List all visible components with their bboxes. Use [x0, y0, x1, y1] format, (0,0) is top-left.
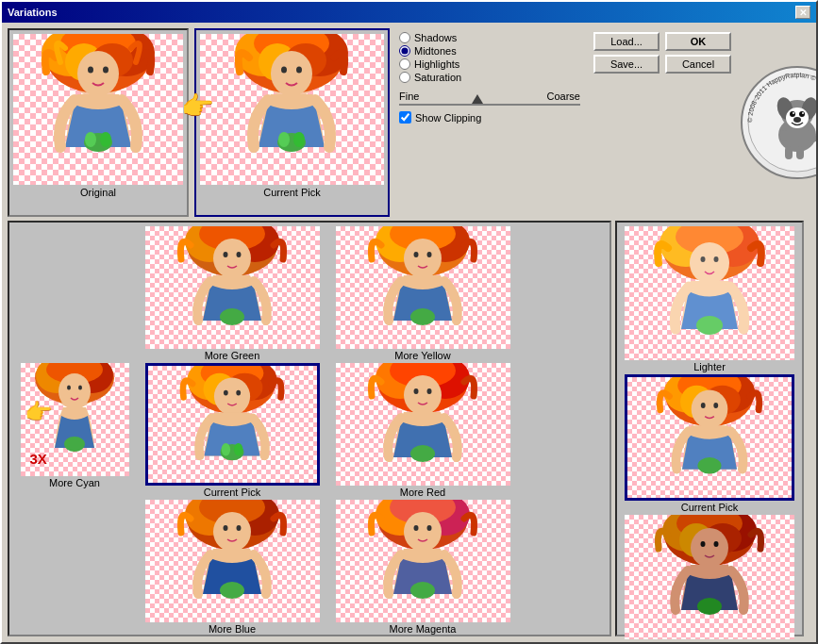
svg-point-12: [100, 132, 111, 147]
title-bar: Variations ✕: [2, 2, 816, 23]
empty-canvas-1: [21, 226, 129, 339]
original-preview-box: Original: [8, 28, 189, 217]
svg-point-24: [278, 132, 290, 147]
svg-rect-38: [796, 146, 804, 159]
svg-point-34: [793, 112, 794, 114]
svg-point-137: [701, 541, 706, 547]
svg-point-67: [78, 386, 82, 390]
more-cyan-canvas: 👉 3X: [21, 363, 129, 476]
lighter-label: Lighter: [693, 361, 726, 372]
save-button[interactable]: Save...: [593, 55, 659, 74]
slider-thumb[interactable]: [472, 94, 483, 104]
more-yellow-canvas: [336, 226, 510, 349]
cancel-button[interactable]: Cancel: [665, 55, 731, 74]
show-clipping-label: Show Clipping: [415, 112, 481, 124]
center-current-pick-cell[interactable]: Current Pick: [138, 363, 326, 498]
svg-point-57: [413, 252, 418, 257]
svg-point-7: [77, 51, 119, 96]
svg-point-68: [64, 437, 85, 452]
fine-label: Fine: [399, 91, 419, 102]
more-blue-cell[interactable]: More Blue: [138, 500, 326, 635]
svg-point-81: [233, 443, 242, 455]
slider-labels: Fine Coarse: [399, 91, 580, 102]
shadows-radio-input[interactable]: [399, 32, 410, 43]
svg-point-138: [714, 541, 719, 547]
empty-canvas-2: [21, 500, 129, 613]
darker-cell[interactable]: Darker: [621, 515, 798, 644]
highlights-radio-input[interactable]: [399, 58, 410, 70]
shadows-radio[interactable]: Shadows: [399, 32, 580, 43]
darker-canvas: [625, 515, 794, 639]
svg-point-125: [692, 390, 728, 429]
svg-point-35: [802, 112, 804, 114]
more-magenta-cell[interactable]: More Magenta: [328, 500, 517, 635]
svg-rect-40: [807, 130, 813, 141]
close-button[interactable]: ✕: [795, 6, 810, 19]
midtones-label: Midtones: [414, 45, 457, 57]
midtones-radio[interactable]: Midtones: [399, 45, 580, 57]
svg-point-105: [404, 512, 442, 552]
svg-rect-37: [785, 146, 793, 159]
more-yellow-label: More Yellow: [394, 350, 450, 361]
svg-point-128: [697, 457, 721, 473]
ok-button[interactable]: OK: [665, 32, 731, 51]
svg-point-56: [404, 239, 442, 278]
brightness-current-canvas: [625, 374, 794, 501]
more-red-label: More Red: [400, 487, 445, 498]
svg-point-116: [714, 256, 719, 262]
more-magenta-canvas: [336, 500, 510, 622]
lighter-canvas: [625, 226, 794, 360]
variations-window: Variations ✕: [0, 0, 818, 644]
slider-section: Fine Coarse: [399, 91, 580, 106]
lighter-cell[interactable]: Lighter: [621, 226, 798, 372]
svg-point-97: [223, 525, 227, 531]
original-label: Original: [80, 187, 116, 198]
svg-point-49: [236, 252, 241, 257]
center-current-pick-label: Current Pick: [204, 487, 261, 498]
svg-point-33: [799, 111, 805, 117]
svg-point-47: [213, 239, 251, 278]
brightness-current-pick-cell[interactable]: Current Pick: [621, 374, 798, 513]
more-cyan-cell[interactable]: 👉 3X: [13, 363, 136, 498]
coarse-label: Coarse: [547, 91, 580, 102]
highlights-radio[interactable]: Highlights: [399, 58, 580, 70]
svg-point-20: [271, 51, 312, 96]
slider-track[interactable]: [399, 104, 580, 106]
more-yellow-cell[interactable]: More Yellow: [328, 226, 517, 361]
more-magenta-label: More Magenta: [390, 623, 457, 635]
variations-grid: More Green: [8, 221, 611, 636]
svg-point-78: [236, 390, 241, 396]
svg-point-139: [697, 598, 722, 615]
brightness-current-pick-label: Current Pick: [681, 502, 739, 513]
svg-point-25: [293, 132, 305, 147]
midtones-radio-input[interactable]: [399, 45, 410, 57]
main-section: More Green: [8, 221, 810, 636]
content-area: Original 👉: [2, 23, 816, 642]
top-section: Original 👉: [8, 28, 810, 217]
current-pick-canvas: [200, 34, 384, 185]
slider-line[interactable]: [399, 104, 580, 106]
saturation-label: Saturation: [414, 72, 461, 83]
more-green-label: More Green: [205, 350, 260, 361]
empty-top-left: [13, 226, 136, 361]
svg-point-107: [426, 525, 431, 531]
svg-point-58: [426, 252, 431, 257]
show-clipping-row[interactable]: Show Clipping: [399, 111, 580, 124]
more-red-canvas: [336, 363, 510, 486]
svg-point-108: [410, 582, 435, 599]
saturation-radio[interactable]: Saturation: [399, 72, 580, 83]
svg-point-48: [223, 252, 227, 257]
tonal-radio-group: Shadows Midtones Highlights Saturation: [399, 32, 580, 83]
more-green-cell[interactable]: More Green: [138, 226, 326, 361]
more-red-cell[interactable]: More Red: [328, 363, 517, 498]
svg-rect-39: [781, 130, 788, 141]
controls-section: Shadows Midtones Highlights Saturation: [395, 28, 584, 217]
darker-label: Darker: [693, 640, 725, 644]
more-cyan-label: More Cyan: [49, 477, 100, 488]
empty-bottom-left: [13, 500, 136, 635]
show-clipping-checkbox[interactable]: [399, 111, 411, 124]
logo-section: © 2008-2011 HappyRatplan © 2008-2011: [741, 28, 818, 217]
load-button[interactable]: Load...: [593, 32, 659, 51]
svg-point-22: [296, 67, 302, 74]
saturation-radio-input[interactable]: [399, 72, 410, 83]
